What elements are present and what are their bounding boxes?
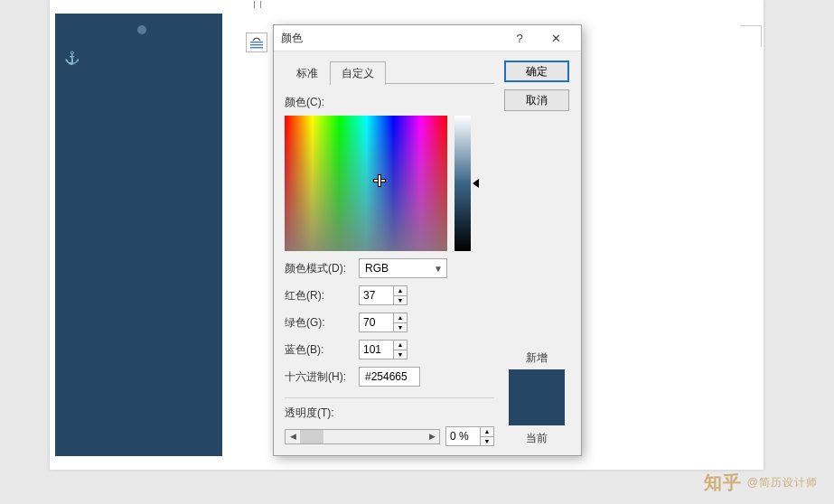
transparency-slider[interactable]: ◀ ▶ xyxy=(285,429,440,444)
red-label: 红色(R): xyxy=(285,288,359,303)
slider-thumb[interactable] xyxy=(300,430,323,443)
color-spectrum[interactable] xyxy=(285,116,447,251)
green-spinner[interactable]: ▲▼ xyxy=(359,313,408,332)
colors-label: 颜色(C): xyxy=(285,95,494,110)
color-mode-label: 颜色模式(D): xyxy=(285,261,359,276)
green-input[interactable] xyxy=(359,313,393,332)
selected-shape-rectangle[interactable] xyxy=(55,14,222,456)
transparency-input[interactable] xyxy=(445,426,480,446)
separator xyxy=(285,397,494,398)
close-button[interactable]: ✕ xyxy=(538,25,574,51)
blue-label: 蓝色(B): xyxy=(285,342,359,358)
help-button[interactable]: ? xyxy=(501,25,538,51)
transparency-label: 透明度(T): xyxy=(285,406,494,421)
blue-input[interactable] xyxy=(359,340,393,359)
ok-button[interactable]: 确定 xyxy=(504,61,569,82)
red-down[interactable]: ▼ xyxy=(394,296,407,305)
shape-handle[interactable] xyxy=(137,25,146,34)
hex-label: 十六进制(H): xyxy=(285,369,359,385)
color-dialog: 颜色 ? ✕ 标准 自定义 颜色(C): 颜色模式 xyxy=(273,24,582,456)
chevron-down-icon: ▼ xyxy=(434,264,443,274)
blue-up[interactable]: ▲ xyxy=(394,341,407,350)
luminance-bar[interactable] xyxy=(454,116,471,251)
opacity-down[interactable]: ▼ xyxy=(481,437,493,446)
color-mode-select[interactable]: RGB ▼ xyxy=(359,258,447,278)
green-label: 绿色(G): xyxy=(285,315,359,331)
blue-down[interactable]: ▼ xyxy=(394,350,407,359)
slider-track[interactable] xyxy=(300,430,425,443)
red-input[interactable] xyxy=(359,285,393,305)
hex-input[interactable] xyxy=(359,367,420,387)
slider-left-arrow-icon[interactable]: ◀ xyxy=(286,430,300,443)
green-down[interactable]: ▼ xyxy=(394,323,407,332)
anchor-icon: ⚓ xyxy=(64,51,80,65)
watermark-author: @简历设计师 xyxy=(747,475,818,490)
svg-rect-2 xyxy=(250,47,263,48)
dialog-titlebar[interactable]: 颜色 ? ✕ xyxy=(274,25,581,51)
red-spinner[interactable]: ▲▼ xyxy=(359,285,408,305)
tab-standard[interactable]: 标准 xyxy=(285,61,330,85)
layout-options-button[interactable] xyxy=(246,33,267,52)
dialog-title: 颜色 xyxy=(281,31,501,46)
svg-rect-1 xyxy=(250,44,263,45)
tab-bar: 标准 自定义 xyxy=(285,61,494,84)
blue-spinner[interactable]: ▲▼ xyxy=(359,340,408,359)
red-up[interactable]: ▲ xyxy=(394,286,407,296)
tab-custom[interactable]: 自定义 xyxy=(330,61,386,85)
current-color-label: 当前 xyxy=(526,431,548,446)
cancel-button[interactable]: 取消 xyxy=(504,89,569,111)
color-mode-value: RGB xyxy=(365,262,389,275)
transparency-spinner[interactable]: ▲▼ xyxy=(445,426,494,446)
color-swatch-new xyxy=(509,369,565,425)
page-corner-guide xyxy=(740,25,762,47)
layout-icon xyxy=(249,36,264,49)
ruler-marker xyxy=(254,1,263,10)
luminance-arrow-icon[interactable] xyxy=(473,179,479,188)
svg-rect-0 xyxy=(250,42,263,42)
slider-right-arrow-icon[interactable]: ▶ xyxy=(425,430,439,443)
watermark: 知乎 @简历设计师 xyxy=(704,471,818,495)
opacity-up[interactable]: ▲ xyxy=(481,427,493,437)
green-up[interactable]: ▲ xyxy=(394,313,407,323)
new-color-label: 新增 xyxy=(526,350,548,366)
watermark-brand: 知乎 xyxy=(704,471,742,495)
